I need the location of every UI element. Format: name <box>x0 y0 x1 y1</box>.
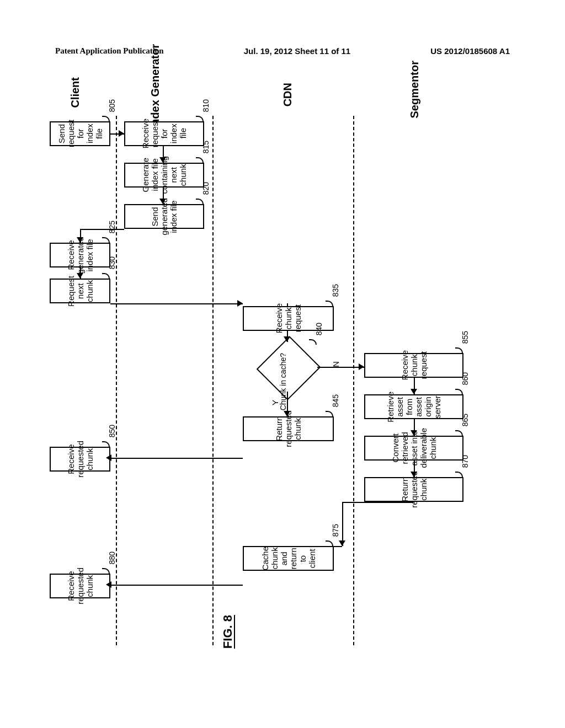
ref-870: 870 <box>461 455 470 468</box>
decision-840-text: Chunk in cache? <box>279 353 287 410</box>
ref-860: 860 <box>461 372 470 385</box>
ref-835: 835 <box>331 284 340 297</box>
arrowhead-810-815 <box>159 157 166 163</box>
arrowhead-815-820 <box>159 199 166 204</box>
page-header: Patent Application Publication Jul. 19, … <box>0 46 565 56</box>
ref-805: 805 <box>108 99 116 112</box>
arrowhead-835-840 <box>284 336 290 342</box>
box-880: Receive requested chunk <box>50 574 110 598</box>
ref-815: 815 <box>201 141 210 153</box>
tick-845 <box>326 411 333 416</box>
tick-840 <box>309 339 317 345</box>
box-860: Retrieve asset from asset origin server <box>364 394 463 419</box>
flowchart-diagram: Client Index Generator CDN Segmentor Sen… <box>44 88 524 673</box>
box-810: Receive request for index file <box>124 121 204 146</box>
box-865: Convert retrieved asset into deliverable… <box>364 436 463 461</box>
box-875: Cache chunk and return to client <box>243 546 334 571</box>
arrow-870-875h <box>342 502 414 503</box>
figure-label: FIG. 8 <box>221 615 235 649</box>
lane-client-header: Client <box>69 77 82 108</box>
ref-855: 855 <box>461 331 470 344</box>
divider-1 <box>116 116 117 645</box>
box-805: Send request for index file <box>50 121 110 146</box>
lane-segmentor-header: Segmentor <box>408 61 421 118</box>
header-center: Jul. 19, 2012 Sheet 11 of 11 <box>244 46 350 56</box>
arrow-830-835v <box>287 303 288 306</box>
ref-845: 845 <box>331 394 340 407</box>
box-825: Receive generated index file <box>50 243 110 267</box>
header-left: Patent Application Publication <box>55 46 164 56</box>
box-870: Return requested chunk <box>364 477 463 502</box>
divider-2 <box>212 116 214 645</box>
tick-830 <box>102 273 110 279</box>
tick-850 <box>102 441 110 447</box>
tick-860 <box>455 389 463 394</box>
box-820: Send generated index file <box>124 204 204 229</box>
decision-840 <box>257 336 321 400</box>
header-right: US 2012/0185608 A1 <box>430 46 510 56</box>
arrowhead-870-875 <box>339 540 345 546</box>
tick-810 <box>196 116 204 121</box>
arrowhead-820-825 <box>77 237 83 243</box>
lane-indexgen-header: Index Generator <box>149 44 162 129</box>
arrow-870-875v <box>342 502 343 546</box>
ref-825: 825 <box>108 221 116 233</box>
ref-830: 830 <box>108 256 116 269</box>
box-845: Return requested chunk <box>243 416 334 441</box>
tick-870 <box>455 472 463 477</box>
arrowhead-865-870 <box>411 472 417 477</box>
ref-850: 850 <box>108 425 116 437</box>
arrowhead-855-860 <box>411 389 417 394</box>
tick-820 <box>196 199 204 204</box>
arrowhead-860-865 <box>411 430 417 436</box>
tick-875 <box>326 540 333 546</box>
arrowhead-840-845 <box>284 411 290 416</box>
arrowhead-875-880 <box>106 581 111 588</box>
ref-840: 840 <box>315 323 323 335</box>
box-830: Request next chunk <box>50 279 110 303</box>
arrow-870-875h2 <box>334 546 342 547</box>
tick-825 <box>102 237 110 243</box>
tick-880 <box>102 568 110 574</box>
arrow-840-855 <box>317 367 364 368</box>
arrowhead-830-835 <box>237 300 243 307</box>
ref-865: 865 <box>461 414 470 426</box>
ref-875: 875 <box>331 524 340 537</box>
arrow-820-825h <box>80 229 124 230</box>
arrow-875-880 <box>110 585 243 586</box>
tick-835 <box>326 301 333 306</box>
tick-805 <box>102 116 110 121</box>
yes-label: Y <box>270 400 280 405</box>
box-850: Receive requested chunk <box>50 447 110 472</box>
box-815: Generate index file containing next chun… <box>124 163 204 188</box>
ref-880: 880 <box>108 552 116 564</box>
arrowhead-805-810 <box>119 130 124 137</box>
tick-865 <box>455 430 463 436</box>
ref-820: 820 <box>201 182 210 195</box>
arrowhead-845-850 <box>106 454 111 461</box>
arrowhead-840-855 <box>359 363 364 370</box>
ref-810: 810 <box>201 99 210 112</box>
arrow-830-835h <box>110 303 243 304</box>
tick-855 <box>455 347 463 353</box>
arrow-845-850 <box>110 458 243 459</box>
tick-815 <box>196 157 204 163</box>
lane-cdn-header: CDN <box>281 83 294 106</box>
arrowhead-825-830 <box>77 273 83 279</box>
divider-3 <box>353 116 354 645</box>
box-855: Receive chunk request <box>364 353 463 378</box>
